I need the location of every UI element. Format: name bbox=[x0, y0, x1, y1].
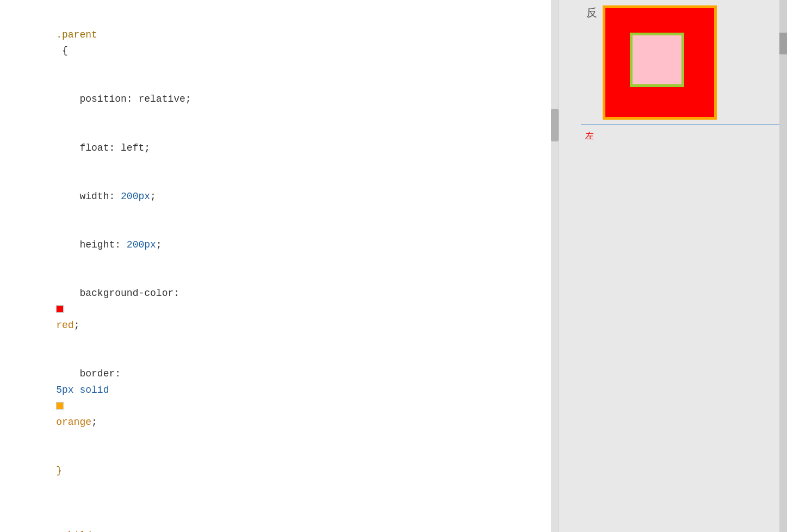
scrollbar-thumb[interactable] bbox=[551, 109, 559, 141]
color-swatch-orange bbox=[56, 402, 64, 410]
preview-scrollbar-thumb[interactable] bbox=[779, 33, 787, 54]
code-panel: .parent { position: relative; float: lef… bbox=[0, 0, 559, 532]
code-line-8: } bbox=[33, 447, 559, 496]
code-line-3: float: left; bbox=[33, 124, 559, 172]
selector-child: .child bbox=[56, 530, 97, 532]
preview-panel: 反 左 bbox=[559, 0, 787, 532]
code-line-10: .child { bbox=[33, 511, 559, 532]
parent-box bbox=[603, 5, 717, 120]
demo-area: 反 左 bbox=[581, 0, 787, 532]
code-line-2: position: relative; bbox=[33, 76, 559, 124]
brace-open: { bbox=[56, 45, 68, 56]
code-line-4: width: 200px; bbox=[33, 172, 559, 221]
preview-scrollbar[interactable] bbox=[779, 0, 787, 532]
code-line-blank1 bbox=[33, 496, 559, 512]
chinese-label-top: 反 bbox=[586, 5, 597, 20]
parent-container bbox=[603, 5, 717, 120]
code-line-5: height: 200px; bbox=[33, 221, 559, 269]
color-swatch-red bbox=[56, 305, 64, 313]
code-line-1: .parent { bbox=[33, 11, 559, 76]
chinese-label-bottom: 左 bbox=[585, 131, 594, 142]
selector-parent: .parent bbox=[56, 29, 97, 40]
scrollbar[interactable] bbox=[551, 0, 559, 532]
child-box bbox=[630, 33, 684, 87]
blue-divider bbox=[581, 124, 779, 125]
code-line-6: background-color: red; bbox=[33, 269, 559, 350]
code-line-7: border: 5px solid orange; bbox=[33, 350, 559, 447]
